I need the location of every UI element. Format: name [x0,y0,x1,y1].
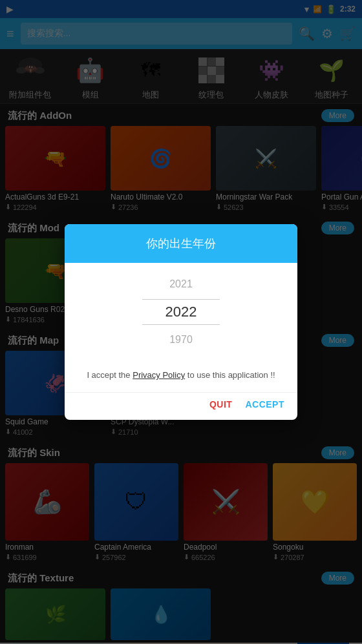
year-next: 1970 [65,329,297,351]
modal-actions: QUIT ACCEPT [65,392,297,420]
year-line-bottom [142,324,220,325]
year-picker[interactable]: 2021 2022 1970 [65,263,297,361]
modal-title: 你的出生年份 [65,224,297,263]
year-current-wrapper: 2022 [65,295,297,329]
quit-button[interactable]: QUIT [209,399,232,410]
year-line-top [142,299,220,300]
birth-year-modal: 你的出生年份 2021 2022 1970 I accept the Priva… [65,224,297,420]
year-prev: 2021 [65,273,297,295]
modal-overlay: 你的出生年份 2021 2022 1970 I accept the Priva… [0,0,362,644]
privacy-text: I accept the Privacy Policy to use this … [65,361,297,392]
privacy-policy-link[interactable]: Privacy Policy [133,370,185,380]
privacy-text-before: I accept the [87,370,130,380]
year-current[interactable]: 2022 [165,301,197,323]
accept-button[interactable]: ACCEPT [245,399,284,410]
privacy-text-after: to use this application !! [187,370,275,380]
